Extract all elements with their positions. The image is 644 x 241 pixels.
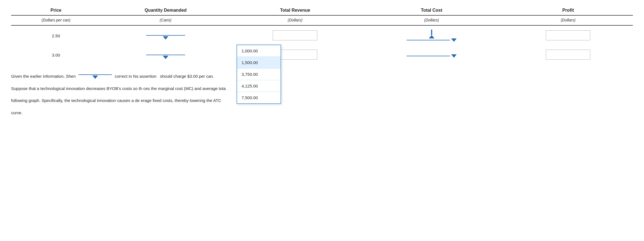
cost-bar-line-2 (407, 38, 457, 42)
profit-input-1[interactable] (546, 30, 590, 40)
table-row: 2.50 (11, 25, 633, 46)
data-table: Price Quantity Demanded Total Revenue To… (11, 6, 633, 64)
para3-text2: erage fixed costs, thereby lowering the … (141, 98, 221, 103)
col-subheader-revenue: (Dollars) (230, 15, 360, 25)
dropdown-option-3[interactable]: 3,750.00 (237, 69, 281, 80)
profit-input-cell-2[interactable] (503, 46, 633, 64)
quantity-dropdown-cell-1[interactable] (101, 25, 230, 46)
quantity-dropdown-2[interactable] (143, 55, 188, 59)
dropdown-option-1[interactable]: 1,000.00 (237, 45, 281, 57)
col-subheader-price: (Dollars per can) (11, 15, 101, 25)
paragraph-4: curve. (11, 109, 623, 116)
dropdown-option-2[interactable]: 1,500.00 (237, 57, 281, 69)
quantity-dropdown-cell-2[interactable] (101, 46, 230, 64)
header-row: Price Quantity Demanded Total Revenue To… (11, 6, 633, 15)
cost-bar-line (407, 35, 457, 38)
inline-dropdown-1[interactable] (78, 74, 112, 79)
dropdown-arrow-icon (163, 56, 168, 59)
profit-input-cell-1[interactable] (503, 25, 633, 46)
price-cell-2: 3.00 (11, 46, 101, 64)
cost-bar-line (407, 54, 457, 58)
para2-text1: Suppose that a technological innovation … (11, 86, 142, 91)
price-cell-1: 2.50 (11, 25, 101, 46)
tc-line (407, 40, 450, 40)
para1-end: should charge $3.00 per can. (160, 74, 214, 79)
dropdown-option-5[interactable]: 7,500.00 (237, 92, 281, 103)
para4-text: curve. (11, 110, 23, 115)
col-subheader-cost: (Dollars) (360, 15, 503, 25)
col-header-cost: Total Cost (360, 6, 503, 15)
dropdown-line (146, 35, 185, 36)
paragraph-3: following graph. Specifically, the techn… (11, 97, 623, 104)
col-header-quantity: Quantity Demanded (101, 6, 230, 15)
dropdown-arrow-icon (92, 76, 98, 79)
paragraph-1: Given the earlier information, Shen corr… (11, 73, 623, 80)
col-header-price: Price (11, 6, 101, 15)
total-cost-cell-1[interactable] (360, 25, 503, 46)
main-table-container: Price Quantity Demanded Total Revenue To… (11, 6, 633, 64)
tc-line (407, 56, 450, 56)
col-subheader-quantity: (Cans) (101, 15, 230, 25)
dropdown-arrow-icon (451, 38, 457, 42)
subheader-row: (Dollars per can) (Cans) (Dollars) (Doll… (11, 15, 633, 25)
dropdown-popup[interactable]: 1,000.00 1,500.00 3,750.00 4,125.00 7,50… (237, 45, 281, 104)
total-cost-cell-2[interactable] (360, 46, 503, 64)
dropdown-line (146, 55, 185, 55)
para2-text2: ces the marginal cost (MC) and average t… (143, 86, 226, 91)
revenue-input-cell-1[interactable] (230, 25, 360, 46)
total-cost-widget-2[interactable] (407, 54, 457, 58)
dropdown-line (78, 74, 112, 75)
total-cost-widget-1[interactable] (407, 30, 457, 42)
vertical-bar-icon (431, 30, 432, 35)
quantity-dropdown-1[interactable] (143, 35, 188, 40)
dropdown-arrow-icon (451, 54, 457, 58)
dropdown-option-4[interactable]: 4,125.00 (237, 80, 281, 92)
col-header-profit: Profit (503, 6, 633, 15)
para1-prefix: Given the earlier information, Shen (11, 74, 76, 79)
col-header-revenue: Total Revenue (230, 6, 360, 15)
revenue-input-1[interactable] (273, 30, 317, 40)
dropdown-arrow-icon (163, 36, 168, 40)
up-arrow-icon (429, 35, 434, 38)
para3-text1: following graph. Specifically, the techn… (11, 98, 140, 103)
profit-input-2[interactable] (546, 50, 590, 60)
col-subheader-profit: (Dollars) (503, 15, 633, 25)
paragraph-2: Suppose that a technological innovation … (11, 85, 623, 92)
para1-suffix: correct in his assertion (115, 74, 156, 79)
table-row: 3.00 (11, 46, 633, 64)
